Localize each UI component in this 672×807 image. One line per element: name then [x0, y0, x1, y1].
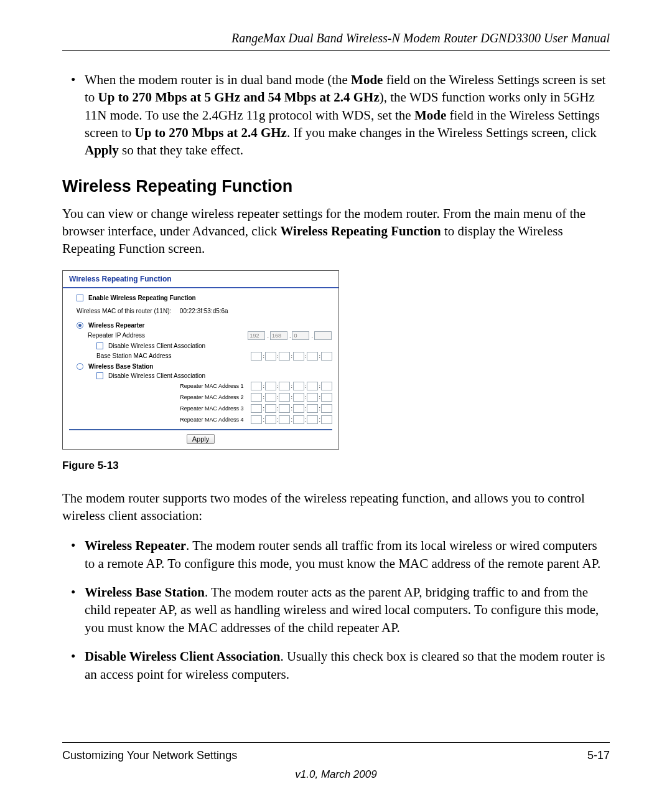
repeater-mac-inputs-1: ::::: — [251, 382, 332, 390]
repeater-ip-octet-1[interactable]: 192 — [248, 331, 265, 340]
repeater-mac-label-2: Repeater MAC Address 2 — [69, 394, 248, 400]
bullet-dot-icon: • — [71, 583, 85, 636]
mode-list-item-text: Disable Wireless Client Association. Usu… — [85, 648, 610, 683]
mode-keyword: Mode — [351, 72, 383, 87]
mac-octet-input[interactable] — [321, 382, 332, 390]
repeater-mac-label-4: Repeater MAC Address 4 — [69, 417, 248, 423]
footer-version: v1.0, March 2009 — [62, 768, 610, 781]
intro-paragraph: You can view or change wireless repeater… — [62, 205, 610, 258]
base-station-mac-label: Base Station MAC Address — [96, 352, 194, 359]
mac-octet-input[interactable] — [293, 415, 304, 424]
enable-repeating-label: Enable Wireless Repeating Function — [88, 295, 196, 301]
enable-repeating-row: Enable Wireless Repeating Function — [63, 293, 338, 303]
mac-octet-input[interactable] — [279, 404, 290, 413]
mac-octet-input[interactable] — [321, 352, 332, 361]
mac-octet-input[interactable] — [251, 415, 262, 424]
page-footer: Customizing Your Network Settings 5-17 v… — [62, 742, 610, 781]
mac-octet-input[interactable] — [265, 415, 276, 424]
apply-keyword: Apply — [85, 143, 119, 158]
wireless-base-heading: Wireless Base Station — [88, 363, 153, 370]
disable-assoc-row-base: Disable Wireless Client Association — [63, 371, 338, 380]
modes-intro-paragraph: The modem router supports two modes of t… — [62, 489, 610, 525]
mac-octet-input[interactable] — [307, 404, 318, 413]
mac-octet-input[interactable] — [293, 382, 304, 390]
repeater-mac-label-1: Repeater MAC Address 1 — [69, 383, 248, 389]
mac-octet-input[interactable] — [265, 352, 276, 361]
mac-octet-input[interactable] — [279, 382, 290, 390]
mac-octet-input[interactable] — [307, 352, 318, 361]
mac-octet-input[interactable] — [251, 393, 262, 402]
mac-octet-input[interactable] — [321, 404, 332, 413]
wireless-repeater-radio-row: Wireless Repearter — [63, 321, 338, 330]
repeater-ip-octet-3[interactable]: 0 — [292, 331, 309, 340]
disable-assoc-label-repeater: Disable Wireless Client Association — [108, 342, 205, 349]
repeater-ip-label: Repeater IP Address — [88, 332, 200, 339]
wireless-repeating-screenshot: Wireless Repeating Function Enable Wirel… — [62, 270, 339, 450]
mac-octet-input[interactable] — [265, 404, 276, 413]
wireless-mac-label: Wireless MAC of this router (11N): — [77, 308, 171, 314]
menu-name: Wireless Repeating Function — [280, 224, 441, 238]
section-heading: Wireless Repeating Function — [62, 177, 610, 196]
disable-assoc-label-base: Disable Wireless Client Association — [108, 372, 205, 379]
enable-repeating-checkbox[interactable] — [77, 295, 83, 301]
mac-octet-input[interactable] — [279, 393, 290, 402]
mac-octet-input[interactable] — [293, 404, 304, 413]
intro-bullet: • When the modem router is in dual band … — [71, 71, 610, 159]
mac-octet-input[interactable] — [321, 393, 332, 402]
repeater-mac-row-2: Repeater MAC Address 2::::: — [63, 392, 338, 403]
intro-bullet-text: When the modem router is in dual band mo… — [85, 71, 610, 159]
repeater-mac-inputs-4: ::::: — [251, 415, 332, 424]
text-part: so that they take effect. — [119, 143, 243, 158]
mac-octet-input[interactable] — [251, 382, 262, 390]
modes-list: •Wireless Repeater. The modem router sen… — [62, 537, 610, 682]
repeater-ip-octet-4[interactable] — [314, 331, 332, 340]
wireless-repeater-radio[interactable] — [77, 322, 83, 329]
mac-octet-input[interactable] — [251, 352, 262, 361]
wireless-base-radio[interactable] — [77, 363, 83, 370]
mac-octet-input[interactable] — [265, 382, 276, 390]
footer-page-number: 5-17 — [587, 749, 610, 762]
mode-value: Up to 270 Mbps at 5 GHz and 54 Mbps at 2… — [98, 90, 380, 105]
mode-keyword: Mode — [414, 108, 446, 123]
repeater-ip-octet-2[interactable]: 168 — [270, 331, 287, 340]
mac-octet-input[interactable] — [279, 415, 290, 424]
mac-octet-input[interactable] — [307, 415, 318, 424]
wireless-repeater-heading: Wireless Repearter — [88, 322, 145, 329]
repeater-mac-label-3: Repeater MAC Address 3 — [69, 405, 248, 412]
mode-list-item-text: Wireless Repeater. The modem router send… — [85, 537, 610, 572]
mode-list-item: •Disable Wireless Client Association. Us… — [71, 648, 610, 683]
disable-assoc-row-repeater: Disable Wireless Client Association — [63, 341, 338, 351]
repeater-mac-inputs-3: ::::: — [251, 404, 332, 413]
disable-assoc-checkbox-base[interactable] — [96, 372, 103, 379]
mode-list-item-text: Wireless Base Station. The modem router … — [85, 583, 610, 636]
mode-list-item: •Wireless Base Station. The modem router… — [71, 583, 610, 636]
wireless-mac-value: 00:22:3f:53:d5:6a — [180, 308, 228, 314]
footer-chapter-title: Customizing Your Network Settings — [62, 749, 237, 762]
mac-octet-input[interactable] — [293, 393, 304, 402]
running-header: RangeMax Dual Band Wireless-N Modem Rout… — [62, 31, 610, 51]
repeater-mac-inputs-2: ::::: — [251, 393, 332, 402]
mode-name: Wireless Repeater — [85, 538, 186, 553]
mac-octet-input[interactable] — [293, 352, 304, 361]
repeater-mac-row-1: Repeater MAC Address 1::::: — [63, 380, 338, 392]
base-station-mac-inputs: : : : : : — [251, 352, 332, 361]
bullet-dot-icon: • — [71, 648, 85, 683]
mac-octet-input[interactable] — [265, 393, 276, 402]
apply-button[interactable]: Apply — [187, 434, 215, 444]
mode-name: Disable Wireless Client Association — [85, 649, 280, 664]
wireless-mac-row: Wireless MAC of this router (11N): 00:22… — [63, 306, 338, 316]
text-part: When the modem router is in dual band mo… — [85, 72, 351, 87]
mac-octet-input[interactable] — [307, 382, 318, 390]
figure-caption: Figure 5-13 — [62, 460, 610, 472]
mode-name: Wireless Base Station — [85, 585, 205, 600]
mac-octet-input[interactable] — [321, 415, 332, 424]
mode-list-item: •Wireless Repeater. The modem router sen… — [71, 537, 610, 572]
repeater-mac-row-4: Repeater MAC Address 4::::: — [63, 414, 338, 425]
wireless-base-radio-row: Wireless Base Station — [63, 362, 338, 371]
mode-value-2: Up to 270 Mbps at 2.4 GHz — [134, 125, 286, 140]
mac-octet-input[interactable] — [251, 404, 262, 413]
mac-octet-input[interactable] — [279, 352, 290, 361]
mac-octet-input[interactable] — [307, 393, 318, 402]
disable-assoc-checkbox-repeater[interactable] — [96, 342, 103, 349]
text-part: . If you make changes in the Wireless Se… — [287, 125, 597, 140]
